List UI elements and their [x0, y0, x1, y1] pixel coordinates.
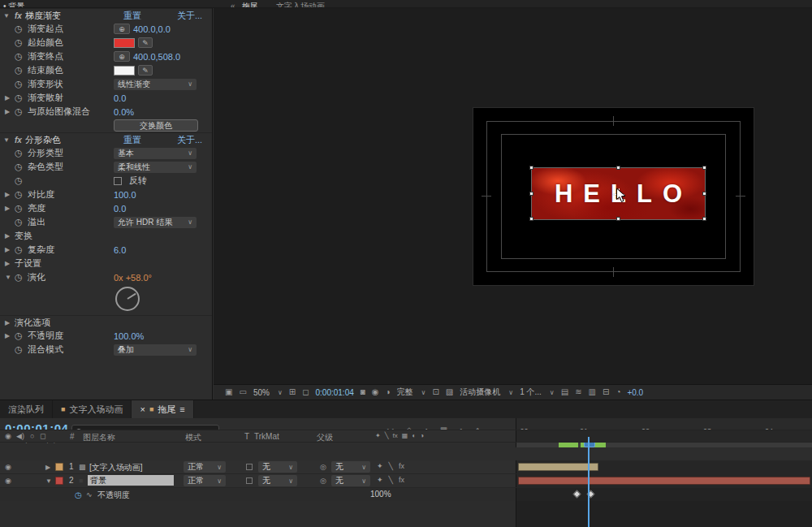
swap-colors-button[interactable]: 交换颜色	[114, 119, 198, 132]
property-track[interactable]	[516, 488, 812, 501]
layer-name-edit-field[interactable]: 背景	[88, 475, 174, 486]
pickwhip-icon[interactable]: ◎	[320, 463, 326, 471]
selection-handle[interactable]	[529, 192, 533, 196]
stopwatch-icon[interactable]: ◷	[15, 37, 28, 48]
stopwatch-icon[interactable]: ◷	[15, 272, 28, 283]
stopwatch-icon[interactable]: ◷	[15, 344, 28, 355]
twirl-icon[interactable]: ▼	[3, 12, 13, 19]
property-value[interactable]: 100.0	[114, 190, 136, 200]
channels-icon[interactable]: ◑	[386, 388, 391, 396]
tab-comp-active[interactable]: × ■ 拖尾 ≡	[132, 400, 193, 418]
stopwatch-icon[interactable]: ◷	[15, 148, 28, 158]
layer-label-color[interactable]	[55, 463, 63, 471]
selection-handle[interactable]	[702, 217, 706, 221]
show-snapshot-icon[interactable]: ◉	[372, 388, 379, 396]
tab-scroll-icon[interactable]: «	[231, 0, 235, 8]
property-row-layer-opacity[interactable]: ◷ ∿ 不透明度 100%	[0, 488, 812, 501]
tab-comp-inactive[interactable]: ■ 文字入场动画	[53, 400, 132, 418]
twirl-icon[interactable]: ▼	[5, 274, 15, 281]
pickwhip-icon[interactable]: ◎	[320, 477, 326, 485]
selection-handle[interactable]	[529, 166, 533, 170]
parent-dropdown[interactable]: 无 ∨	[331, 475, 370, 486]
point-control-icon[interactable]: ⊕	[114, 24, 130, 34]
property-label[interactable]: 不透明度	[97, 490, 130, 501]
collapse-icon[interactable]: ✦	[377, 462, 383, 470]
tab-render-queue[interactable]: 渲染队列	[0, 400, 53, 418]
preserve-transparency-toggle[interactable]	[246, 464, 253, 470]
fast-previews-icon[interactable]: ≋	[575, 388, 581, 396]
layer-duration-bar[interactable]	[518, 463, 598, 471]
fx-icon[interactable]: fx	[399, 476, 404, 484]
stopwatch-icon[interactable]: ◷	[15, 175, 28, 186]
stopwatch-icon[interactable]: ◷	[15, 79, 28, 89]
resolution-dropdown[interactable]: 完整 ∨	[397, 387, 426, 398]
property-value[interactable]: 0x +58.0°	[114, 273, 152, 283]
stopwatch-icon[interactable]: ◷	[75, 490, 82, 499]
property-value[interactable]: 400.0,0.0	[133, 24, 171, 34]
noise-type-dropdown[interactable]: 柔和线性 ∨	[114, 162, 197, 173]
timeline-empty-track[interactable]	[516, 501, 812, 527]
collapse-icon[interactable]: ✦	[377, 476, 383, 484]
invert-checkbox[interactable]	[114, 177, 122, 185]
timeline-icon[interactable]: ▥	[589, 388, 596, 396]
keyframe-icon[interactable]	[573, 490, 581, 499]
layer-switches[interactable]: ✦ ╲ fx	[377, 462, 404, 470]
eye-toggle[interactable]: ◉	[5, 463, 11, 471]
twirl-icon[interactable]: ▶	[5, 232, 15, 240]
ramp-shape-dropdown[interactable]: 线性渐变 ∨	[114, 79, 197, 90]
about-link[interactable]: 关于...	[177, 134, 202, 146]
property-value[interactable]: 0.0%	[114, 107, 134, 117]
selection-handle[interactable]	[529, 217, 533, 221]
layer-track-2[interactable]	[516, 474, 812, 487]
rotation-dial[interactable]	[115, 287, 140, 311]
selection-handle[interactable]	[702, 192, 706, 196]
layer-duration-bar[interactable]	[518, 477, 810, 485]
eyedropper-icon[interactable]: ✎	[138, 65, 153, 76]
panel-menu-icon[interactable]: ≡	[179, 404, 184, 414]
effect-header-gradient-ramp[interactable]: ▼ fx 梯度渐变 重置 关于...	[0, 8, 212, 22]
color-swatch[interactable]	[114, 38, 135, 48]
pixel-aspect-icon[interactable]: ▤	[561, 388, 568, 396]
layer-switches[interactable]: ✦ ╲ fx	[377, 476, 404, 484]
about-link[interactable]: 关于...	[177, 10, 202, 22]
blend-mode-dropdown[interactable]: 正常 ∨	[184, 475, 226, 486]
reset-link[interactable]: 重置	[123, 10, 141, 22]
fractal-type-dropdown[interactable]: 基本 ∨	[114, 148, 197, 159]
twirl-icon[interactable]: ▶	[5, 332, 15, 339]
twirl-icon[interactable]: ▶	[5, 260, 15, 267]
stopwatch-icon[interactable]: ◷	[15, 330, 28, 341]
view-layout-dropdown[interactable]: 1 个... ∨	[520, 387, 555, 398]
twirl-icon[interactable]: ▶	[5, 205, 15, 212]
color-swatch[interactable]	[114, 66, 135, 76]
twirl-icon[interactable]: ▶	[5, 108, 15, 115]
camera-view-dropdown[interactable]: 活动摄像机 ∨	[460, 387, 513, 398]
monitor-icon[interactable]: ▣	[225, 388, 232, 396]
twirl-icon[interactable]: ▶	[5, 319, 15, 326]
twirl-icon[interactable]: ▼	[45, 477, 52, 485]
quality-icon[interactable]: ╲	[389, 476, 393, 484]
fx-icon[interactable]: fx	[399, 462, 404, 470]
layer-row-2[interactable]: ◉ ▼ 2 ■ 背景 正常 ∨ 无 ∨ ◎ 无 ∨	[0, 474, 812, 488]
transparency-grid-icon[interactable]: ▨	[446, 388, 453, 396]
point-control-icon[interactable]: ⊕	[114, 51, 130, 62]
twirl-icon[interactable]: ▶	[5, 246, 15, 253]
twirl-icon[interactable]: ▶	[5, 94, 15, 102]
blend-mode-dropdown[interactable]: 叠加 ∨	[114, 344, 197, 356]
eyedropper-icon[interactable]: ✎	[138, 37, 153, 48]
property-value[interactable]: 400.0,508.0	[133, 52, 180, 62]
grid-options-icon[interactable]: ⊞	[289, 388, 296, 396]
mask-visibility-icon[interactable]: ◻	[302, 388, 309, 396]
stopwatch-icon[interactable]: ◷	[15, 162, 28, 172]
twirl-icon[interactable]: ▼	[3, 136, 13, 144]
property-value[interactable]: 0.0	[114, 93, 126, 103]
property-value[interactable]: 100.0%	[114, 331, 144, 341]
selection-handle[interactable]	[616, 166, 620, 170]
eye-toggle[interactable]: ◉	[5, 477, 11, 485]
effect-controls-tab[interactable]: • 背景	[3, 0, 24, 8]
stopwatch-icon[interactable]: ◷	[15, 24, 28, 34]
property-value[interactable]: 100%	[370, 490, 391, 499]
layer-name[interactable]: [文字入场动画]	[89, 462, 143, 473]
stopwatch-icon[interactable]: ◷	[15, 203, 28, 214]
viewer-tab-active[interactable]: 拖尾	[242, 0, 258, 8]
zoom-dropdown[interactable]: 50% ∨	[253, 388, 283, 397]
